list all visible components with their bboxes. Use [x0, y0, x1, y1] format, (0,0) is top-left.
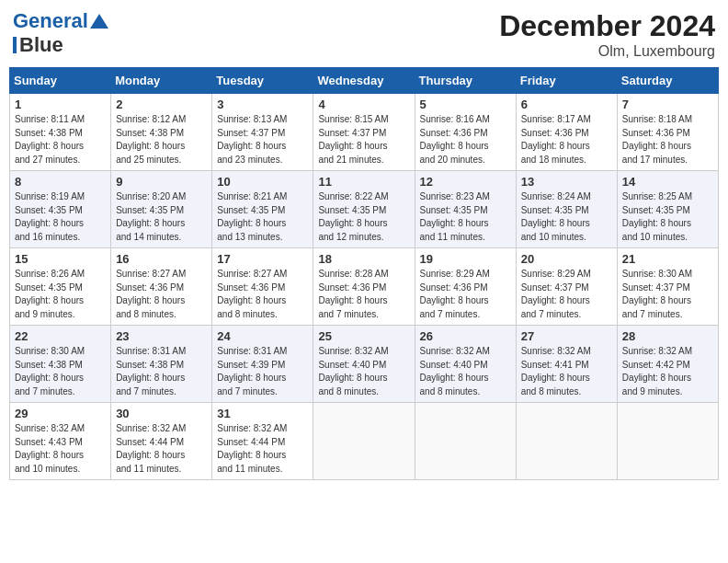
- day-number: 16: [116, 252, 207, 266]
- header-wednesday: Wednesday: [313, 68, 415, 94]
- day-number: 14: [622, 175, 713, 189]
- calendar-cell: 12Sunrise: 8:23 AM Sunset: 4:35 PM Dayli…: [415, 171, 516, 248]
- day-info: Sunrise: 8:23 AM Sunset: 4:35 PM Dayligh…: [420, 190, 511, 244]
- day-info: Sunrise: 8:24 AM Sunset: 4:35 PM Dayligh…: [521, 190, 612, 244]
- calendar-week-2: 8Sunrise: 8:19 AM Sunset: 4:35 PM Daylig…: [10, 171, 719, 248]
- day-info: Sunrise: 8:11 AM Sunset: 4:38 PM Dayligh…: [15, 113, 106, 167]
- calendar-cell: 23Sunrise: 8:31 AM Sunset: 4:38 PM Dayli…: [111, 326, 212, 403]
- day-info: Sunrise: 8:29 AM Sunset: 4:37 PM Dayligh…: [521, 268, 612, 321]
- calendar-cell: 17Sunrise: 8:27 AM Sunset: 4:36 PM Dayli…: [212, 248, 313, 326]
- day-number: 28: [622, 329, 713, 343]
- day-info: Sunrise: 8:19 AM Sunset: 4:35 PM Dayligh…: [15, 190, 106, 244]
- calendar-cell: 22Sunrise: 8:30 AM Sunset: 4:38 PM Dayli…: [10, 326, 111, 403]
- header-friday: Friday: [516, 68, 617, 94]
- calendar-cell: 6Sunrise: 8:17 AM Sunset: 4:36 PM Daylig…: [516, 94, 617, 171]
- page-header: General Blue December 2024 Olm, Luxembou…: [9, 9, 719, 60]
- day-number: 15: [15, 252, 106, 266]
- day-info: Sunrise: 8:32 AM Sunset: 4:40 PM Dayligh…: [420, 345, 511, 398]
- day-info: Sunrise: 8:17 AM Sunset: 4:36 PM Dayligh…: [521, 113, 612, 167]
- day-info: Sunrise: 8:32 AM Sunset: 4:44 PM Dayligh…: [116, 422, 207, 476]
- day-info: Sunrise: 8:32 AM Sunset: 4:44 PM Dayligh…: [217, 422, 308, 476]
- day-info: Sunrise: 8:27 AM Sunset: 4:36 PM Dayligh…: [217, 268, 308, 321]
- day-number: 8: [15, 175, 106, 189]
- day-info: Sunrise: 8:26 AM Sunset: 4:35 PM Dayligh…: [15, 268, 106, 321]
- calendar-cell: 3Sunrise: 8:13 AM Sunset: 4:37 PM Daylig…: [212, 94, 313, 171]
- day-info: Sunrise: 8:30 AM Sunset: 4:38 PM Dayligh…: [15, 345, 106, 398]
- day-number: 6: [521, 98, 612, 111]
- calendar-table: Sunday Monday Tuesday Wednesday Thursday…: [9, 67, 719, 480]
- calendar-cell: 21Sunrise: 8:30 AM Sunset: 4:37 PM Dayli…: [617, 248, 718, 326]
- header-sunday: Sunday: [10, 68, 111, 94]
- calendar-cell: 4Sunrise: 8:15 AM Sunset: 4:37 PM Daylig…: [313, 94, 415, 171]
- calendar-cell: [516, 403, 617, 480]
- calendar-cell: [415, 403, 516, 480]
- calendar-cell: 26Sunrise: 8:32 AM Sunset: 4:40 PM Dayli…: [415, 326, 516, 403]
- calendar-cell: 1Sunrise: 8:11 AM Sunset: 4:38 PM Daylig…: [10, 94, 111, 171]
- calendar-cell: 19Sunrise: 8:29 AM Sunset: 4:36 PM Dayli…: [415, 248, 516, 326]
- day-number: 7: [622, 98, 713, 111]
- calendar-header-row: Sunday Monday Tuesday Wednesday Thursday…: [10, 68, 719, 94]
- day-info: Sunrise: 8:25 AM Sunset: 4:35 PM Dayligh…: [622, 190, 713, 244]
- day-info: Sunrise: 8:22 AM Sunset: 4:35 PM Dayligh…: [318, 190, 409, 244]
- day-info: Sunrise: 8:32 AM Sunset: 4:41 PM Dayligh…: [521, 345, 612, 398]
- calendar-cell: 31Sunrise: 8:32 AM Sunset: 4:44 PM Dayli…: [212, 403, 313, 480]
- header-tuesday: Tuesday: [212, 68, 313, 94]
- calendar-cell: 13Sunrise: 8:24 AM Sunset: 4:35 PM Dayli…: [516, 171, 617, 248]
- calendar-cell: 25Sunrise: 8:32 AM Sunset: 4:40 PM Dayli…: [313, 326, 415, 403]
- day-number: 27: [521, 329, 612, 343]
- day-info: Sunrise: 8:32 AM Sunset: 4:43 PM Dayligh…: [15, 422, 106, 476]
- calendar-week-5: 29Sunrise: 8:32 AM Sunset: 4:43 PM Dayli…: [10, 403, 719, 480]
- calendar-cell: 24Sunrise: 8:31 AM Sunset: 4:39 PM Dayli…: [212, 326, 313, 403]
- day-info: Sunrise: 8:13 AM Sunset: 4:37 PM Dayligh…: [217, 113, 308, 167]
- day-number: 21: [622, 252, 713, 266]
- title-block: December 2024 Olm, Luxembourg: [499, 9, 715, 60]
- day-number: 18: [318, 252, 409, 266]
- calendar-cell: 7Sunrise: 8:18 AM Sunset: 4:36 PM Daylig…: [617, 94, 718, 171]
- day-number: 12: [420, 175, 511, 189]
- calendar-cell: 9Sunrise: 8:20 AM Sunset: 4:35 PM Daylig…: [111, 171, 212, 248]
- calendar-cell: 10Sunrise: 8:21 AM Sunset: 4:35 PM Dayli…: [212, 171, 313, 248]
- day-number: 13: [521, 175, 612, 189]
- day-number: 26: [420, 329, 511, 343]
- day-info: Sunrise: 8:32 AM Sunset: 4:42 PM Dayligh…: [622, 345, 713, 398]
- day-number: 25: [318, 329, 409, 343]
- calendar-cell: 30Sunrise: 8:32 AM Sunset: 4:44 PM Dayli…: [111, 403, 212, 480]
- day-number: 1: [15, 98, 106, 111]
- header-saturday: Saturday: [617, 68, 718, 94]
- calendar-cell: 18Sunrise: 8:28 AM Sunset: 4:36 PM Dayli…: [313, 248, 415, 326]
- day-number: 11: [318, 175, 409, 189]
- calendar-cell: 15Sunrise: 8:26 AM Sunset: 4:35 PM Dayli…: [10, 248, 111, 326]
- month-title: December 2024: [499, 9, 715, 43]
- calendar-cell: 8Sunrise: 8:19 AM Sunset: 4:35 PM Daylig…: [10, 171, 111, 248]
- logo-general: General: [13, 9, 88, 33]
- calendar-cell: 2Sunrise: 8:12 AM Sunset: 4:38 PM Daylig…: [111, 94, 212, 171]
- day-number: 22: [15, 329, 106, 343]
- calendar-cell: [617, 403, 718, 480]
- day-number: 3: [217, 98, 308, 111]
- day-info: Sunrise: 8:29 AM Sunset: 4:36 PM Dayligh…: [420, 268, 511, 321]
- calendar-cell: 20Sunrise: 8:29 AM Sunset: 4:37 PM Dayli…: [516, 248, 617, 326]
- day-info: Sunrise: 8:31 AM Sunset: 4:39 PM Dayligh…: [217, 345, 308, 398]
- day-number: 20: [521, 252, 612, 266]
- day-number: 9: [116, 175, 207, 189]
- header-thursday: Thursday: [415, 68, 516, 94]
- day-info: Sunrise: 8:32 AM Sunset: 4:40 PM Dayligh…: [318, 345, 409, 398]
- day-info: Sunrise: 8:15 AM Sunset: 4:37 PM Dayligh…: [318, 113, 409, 167]
- day-info: Sunrise: 8:30 AM Sunset: 4:37 PM Dayligh…: [622, 268, 713, 321]
- calendar-cell: 27Sunrise: 8:32 AM Sunset: 4:41 PM Dayli…: [516, 326, 617, 403]
- day-number: 4: [318, 98, 409, 111]
- day-info: Sunrise: 8:20 AM Sunset: 4:35 PM Dayligh…: [116, 190, 207, 244]
- day-info: Sunrise: 8:12 AM Sunset: 4:38 PM Dayligh…: [116, 113, 207, 167]
- svg-marker-0: [90, 14, 108, 29]
- calendar-cell: 16Sunrise: 8:27 AM Sunset: 4:36 PM Dayli…: [111, 248, 212, 326]
- day-number: 2: [116, 98, 207, 111]
- day-info: Sunrise: 8:18 AM Sunset: 4:36 PM Dayligh…: [622, 113, 713, 167]
- day-info: Sunrise: 8:16 AM Sunset: 4:36 PM Dayligh…: [420, 113, 511, 167]
- day-info: Sunrise: 8:28 AM Sunset: 4:36 PM Dayligh…: [318, 268, 409, 321]
- day-number: 10: [217, 175, 308, 189]
- logo-icon: [90, 12, 108, 30]
- calendar-cell: 14Sunrise: 8:25 AM Sunset: 4:35 PM Dayli…: [617, 171, 718, 248]
- logo-blue: Blue: [19, 33, 63, 57]
- location-title: Olm, Luxembourg: [499, 43, 715, 60]
- calendar-cell: 11Sunrise: 8:22 AM Sunset: 4:35 PM Dayli…: [313, 171, 415, 248]
